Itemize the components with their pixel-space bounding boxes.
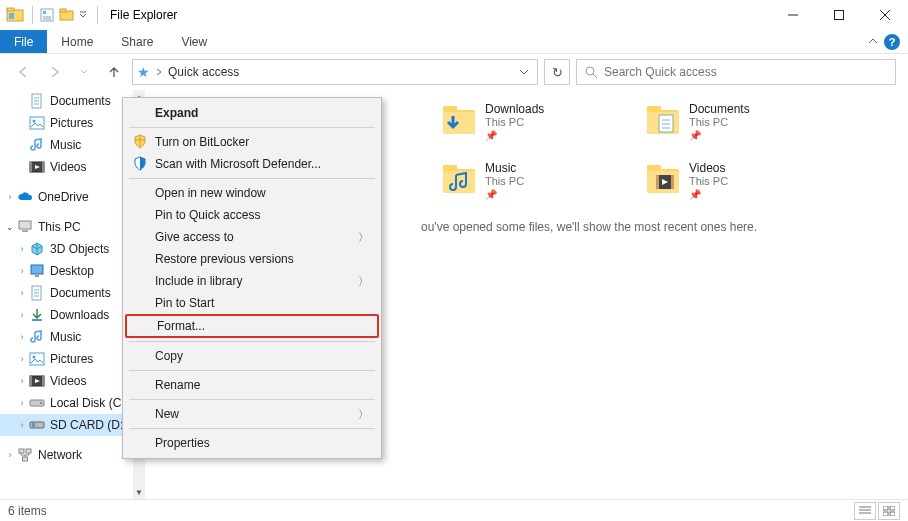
expander-icon[interactable]: ›: [16, 354, 28, 364]
expander-icon[interactable]: ⌄: [4, 222, 16, 232]
menu-give-access-to[interactable]: Give access to〉: [125, 226, 379, 248]
svg-rect-46: [656, 175, 659, 189]
expander-icon[interactable]: ›: [16, 244, 28, 254]
down-icon: [28, 307, 46, 323]
frequent-music[interactable]: MusicThis PC📌: [441, 161, 621, 200]
svg-rect-18: [35, 275, 39, 277]
expander-icon[interactable]: ›: [16, 266, 28, 276]
tree-label: Desktop: [50, 264, 94, 278]
details-view-button[interactable]: [854, 502, 876, 520]
svg-rect-28: [32, 423, 35, 427]
svg-rect-48: [883, 506, 888, 510]
menu-rename[interactable]: Rename: [125, 374, 379, 396]
folder-icon: [645, 161, 681, 197]
address-bar[interactable]: ★ Quick access: [132, 59, 538, 85]
svg-rect-4: [43, 11, 46, 14]
qat-dropdown-icon[interactable]: [79, 11, 87, 19]
menu-label: Expand: [155, 106, 198, 120]
icons-view-button[interactable]: [878, 502, 900, 520]
menu-open-in-new-window[interactable]: Open in new window: [125, 182, 379, 204]
video-icon: [28, 373, 46, 389]
expander-icon[interactable]: ›: [16, 310, 28, 320]
folder-location: This PC: [689, 116, 750, 128]
folder-location: This PC: [689, 175, 728, 187]
sd-icon: [28, 417, 46, 433]
menu-copy[interactable]: Copy: [125, 345, 379, 367]
doc-icon: [28, 93, 46, 109]
frequent-doc[interactable]: DocumentsThis PC📌: [645, 102, 825, 141]
menu-include-in-library[interactable]: Include in library〉: [125, 270, 379, 292]
menu-turn-on-bitlocker[interactable]: Turn on BitLocker: [125, 131, 379, 153]
recent-dropdown[interactable]: [72, 60, 96, 84]
qat-separator-2: [97, 6, 98, 24]
folder-location: This PC: [485, 116, 544, 128]
folder-name: Videos: [689, 161, 728, 175]
expander-icon[interactable]: ›: [16, 398, 28, 408]
view-tab[interactable]: View: [167, 30, 221, 53]
svg-rect-24: [42, 376, 44, 386]
doc-icon: [28, 285, 46, 301]
expander-icon[interactable]: ›: [16, 332, 28, 342]
item-count: 6 items: [8, 504, 47, 518]
pin-icon: 📌: [689, 130, 750, 141]
tree-label: Documents: [50, 286, 111, 300]
expander-icon[interactable]: ›: [4, 192, 16, 202]
svg-rect-17: [31, 265, 43, 274]
svg-point-11: [33, 120, 36, 123]
svg-rect-16: [22, 230, 28, 232]
folder-name: Downloads: [485, 102, 544, 116]
refresh-button[interactable]: ↻: [544, 59, 570, 85]
help-icon[interactable]: ?: [884, 34, 900, 50]
close-button[interactable]: [862, 0, 908, 30]
home-tab[interactable]: Home: [47, 30, 107, 53]
menu-label: Properties: [155, 436, 210, 450]
svg-rect-1: [7, 8, 14, 11]
svg-rect-49: [890, 506, 895, 510]
svg-rect-6: [60, 9, 66, 12]
folder-icon: [441, 161, 477, 197]
music-icon: [28, 137, 46, 153]
menu-pin-to-start[interactable]: Pin to Start: [125, 292, 379, 314]
menu-pin-to-quick-access[interactable]: Pin to Quick access: [125, 204, 379, 226]
frequent-video[interactable]: VideosThis PC📌: [645, 161, 825, 200]
scrollbar-down-icon[interactable]: ▼: [133, 485, 145, 499]
up-button[interactable]: [102, 60, 126, 84]
ribbon: File Home Share View ?: [0, 30, 908, 54]
menu-separator: [129, 370, 375, 371]
forward-button[interactable]: [42, 60, 66, 84]
svg-rect-50: [883, 512, 888, 516]
tree-label: Videos: [50, 374, 86, 388]
search-input[interactable]: [604, 65, 887, 79]
menu-restore-previous-versions[interactable]: Restore previous versions: [125, 248, 379, 270]
back-button[interactable]: [12, 60, 36, 84]
menu-properties[interactable]: Properties: [125, 432, 379, 454]
tree-label: Music: [50, 330, 81, 344]
expander-icon[interactable]: ›: [4, 450, 16, 460]
file-tab[interactable]: File: [0, 30, 47, 53]
video-icon: [28, 159, 46, 175]
expander-icon[interactable]: ›: [16, 376, 28, 386]
menu-new[interactable]: New〉: [125, 403, 379, 425]
tree-label: Local Disk (C:): [50, 396, 129, 410]
maximize-button[interactable]: [816, 0, 862, 30]
tree-label: SD CARD (D:): [50, 418, 127, 432]
svg-rect-40: [443, 165, 457, 171]
expander-icon[interactable]: ›: [16, 420, 28, 430]
qat-properties-icon[interactable]: [39, 7, 55, 23]
tree-label: 3D Objects: [50, 242, 109, 256]
address-dropdown-icon[interactable]: [515, 68, 533, 76]
frequent-down[interactable]: DownloadsThis PC📌: [441, 102, 621, 141]
expand-ribbon-icon[interactable]: [868, 37, 878, 47]
share-tab[interactable]: Share: [107, 30, 167, 53]
menu-separator: [129, 178, 375, 179]
svg-rect-30: [26, 449, 31, 453]
menu-scan-with-microsoft-defender[interactable]: Scan with Microsoft Defender...: [125, 153, 379, 175]
expander-icon[interactable]: ›: [16, 288, 28, 298]
menu-expand[interactable]: Expand: [125, 102, 379, 124]
qat-newfolder-icon[interactable]: [59, 7, 75, 23]
search-box[interactable]: [576, 59, 896, 85]
minimize-button[interactable]: [770, 0, 816, 30]
menu-format[interactable]: Format...: [125, 314, 379, 338]
tree-label: Music: [50, 138, 81, 152]
menu-label: Give access to: [155, 230, 234, 244]
